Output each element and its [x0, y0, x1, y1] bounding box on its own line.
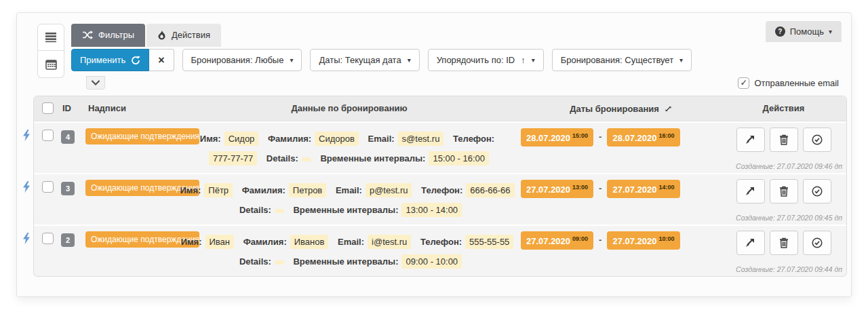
list-view-button[interactable]	[37, 24, 64, 51]
table-row: 4 Ожидающие подтверждения Имя:Сидор Фами…	[34, 121, 846, 173]
date-to-chip[interactable]: 28.07.202016:00	[607, 128, 679, 147]
row-id-cell: 2	[61, 226, 85, 276]
row-dates-cell: 27.07.202013:00 - 27.07.202014:00	[521, 174, 721, 225]
phone-label: Телефон:	[453, 134, 494, 144]
sent-email-label: Отправленные email	[754, 78, 839, 88]
calendar-view-button[interactable]	[37, 51, 64, 78]
delete-button[interactable]	[770, 179, 798, 204]
apply-button[interactable]: Применить	[71, 49, 149, 71]
row-id-cell: 3	[61, 174, 85, 225]
send-email-button[interactable]	[736, 128, 765, 152]
send-email-button[interactable]	[736, 231, 765, 255]
created-prefix: Созданные:	[736, 214, 775, 222]
date-from-chip[interactable]: 28.07.202015:00	[521, 128, 593, 147]
select-all-checkbox[interactable]	[42, 102, 54, 114]
header-dates-label: Даты бронирования	[570, 104, 659, 114]
refresh-icon	[131, 56, 140, 65]
row-booking-data: Имя:Пётр Фамилия:Петров Email:p@test.ru …	[178, 174, 521, 225]
phone-value: 777-77-77	[209, 151, 257, 166]
intervals-value: 09:00 - 10:00	[401, 254, 462, 269]
filter-sort[interactable]: Упорядочить по: ID ↑ ▾	[428, 49, 544, 71]
expand-diagonal-icon	[665, 105, 672, 113]
clear-filters-button[interactable]: ×	[149, 49, 174, 71]
toolbar-bottom-row: ✓ Отправленные email	[71, 74, 842, 92]
name-label: Имя:	[181, 237, 202, 247]
id-badge: 3	[61, 182, 75, 195]
confirm-button[interactable]	[803, 179, 831, 204]
name-label: Имя:	[180, 185, 201, 195]
lightning-icon	[22, 181, 31, 193]
intervals-value: 13:00 - 14:00	[401, 203, 462, 217]
row-actions-cell: Созданные: 27.07.2020 09:45 дп	[721, 174, 846, 225]
sort-asc-icon: ↑	[521, 55, 526, 65]
email-value: p@test.ru	[366, 183, 412, 197]
date-to: 27.07.2020	[612, 236, 656, 246]
page: Фильтры Действия ? Помощь ▾	[0, 0, 868, 310]
toolbar-main: Фильтры Действия ? Помощь ▾	[71, 24, 842, 92]
row-checkbox[interactable]	[42, 233, 54, 244]
lightning-icon	[22, 233, 31, 244]
toolbar: Фильтры Действия ? Помощь ▾	[17, 13, 851, 92]
email-label: Email:	[336, 185, 362, 195]
created-timestamp: Созданные: 27.07.2020 09:46 дп	[736, 162, 842, 170]
time-from: 15:00	[572, 132, 588, 139]
row-checkbox[interactable]	[42, 130, 54, 141]
tab-filters[interactable]: Фильтры	[71, 24, 145, 47]
header-dates[interactable]: Даты бронирования	[521, 96, 721, 121]
time-to: 16:00	[659, 132, 675, 139]
date-to: 28.07.2020	[612, 133, 656, 143]
filter-dates-label: Даты: Текущая дата	[319, 55, 401, 65]
filter-bookings-exists-label: Бронирования: Существует	[561, 55, 673, 65]
delete-button[interactable]	[770, 128, 798, 152]
calendar-icon	[45, 59, 57, 70]
phone-value: 555-55-55	[465, 235, 513, 249]
check-circle-icon	[812, 134, 823, 145]
details-label: Details:	[239, 205, 271, 215]
date-to-chip[interactable]: 27.07.202014:00	[607, 180, 679, 198]
date-from-chip[interactable]: 27.07.202009:00	[521, 231, 593, 250]
question-icon: ?	[775, 26, 785, 37]
details-value	[275, 260, 284, 265]
bookings-table: ID Надписи Данные по бронированию Даты б…	[33, 96, 847, 277]
date-from: 27.07.2020	[526, 236, 570, 246]
expand-filters-button[interactable]	[86, 76, 105, 90]
surname-label: Фамилия:	[242, 185, 285, 195]
send-email-button[interactable]	[736, 179, 765, 204]
bookings-panel: Фильтры Действия ? Помощь ▾	[16, 12, 852, 297]
email-value: i@test.ru	[368, 235, 411, 249]
row-checkbox[interactable]	[42, 181, 54, 193]
row-actions-cell: Созданные: 27.07.2020 09:46 дп	[721, 123, 846, 173]
sent-email-checkbox[interactable]: ✓ Отправленные email	[738, 77, 839, 89]
tab-actions[interactable]: Действия	[146, 24, 221, 47]
intervals-label: Временные интервалы:	[293, 256, 398, 267]
trash-icon	[779, 134, 789, 145]
caret-down-icon: ▾	[532, 56, 535, 64]
details-value	[275, 209, 284, 213]
date-to-chip[interactable]: 27.07.202010:00	[607, 231, 679, 250]
trash-icon	[779, 186, 789, 197]
row-select-cell	[34, 123, 61, 173]
name-value: Сидор	[224, 132, 259, 146]
filter-dates[interactable]: Даты: Текущая дата ▾	[310, 49, 419, 71]
confirm-button[interactable]	[803, 128, 831, 152]
caret-down-icon: ▾	[408, 56, 411, 64]
email-label: Email:	[368, 134, 395, 144]
filter-bookings-exists[interactable]: Бронирования: Существует ▾	[552, 49, 692, 71]
header-actions: Действия	[721, 96, 846, 121]
time-to: 10:00	[659, 235, 675, 242]
date-to: 27.07.2020	[612, 185, 656, 195]
filter-bookings-any[interactable]: Бронирования: Любые ▾	[182, 49, 302, 71]
confirm-button[interactable]	[803, 231, 831, 255]
flame-icon	[157, 31, 166, 40]
trash-icon	[779, 237, 789, 248]
date-from-chip[interactable]: 27.07.202013:00	[521, 180, 593, 198]
id-badge: 2	[61, 233, 75, 247]
intervals-label: Временные интервалы:	[293, 205, 398, 215]
send-arrow-icon	[745, 238, 756, 248]
help-button[interactable]: ? Помощь ▾	[766, 21, 842, 42]
date-separator: -	[599, 128, 601, 142]
tabs-row: Фильтры Действия ? Помощь ▾	[71, 24, 842, 47]
date-separator: -	[599, 180, 601, 193]
delete-button[interactable]	[770, 231, 798, 255]
row-select-cell	[34, 174, 61, 225]
